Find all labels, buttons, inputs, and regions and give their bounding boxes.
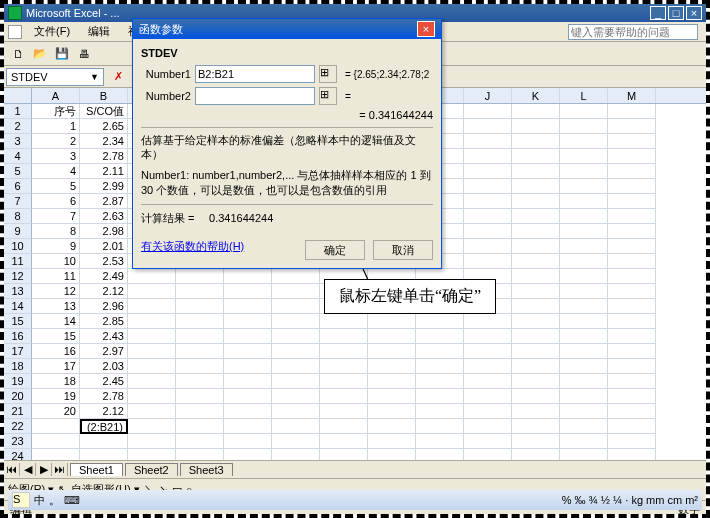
cell[interactable]: 19 xyxy=(32,389,80,404)
tab-sheet1[interactable]: Sheet1 xyxy=(70,463,123,476)
cell[interactable] xyxy=(560,149,608,164)
cell[interactable] xyxy=(608,404,656,419)
cell[interactable] xyxy=(512,239,560,254)
cell[interactable] xyxy=(464,314,512,329)
cell[interactable]: 18 xyxy=(32,374,80,389)
ref-collapse-icon[interactable]: ⊞ xyxy=(319,65,337,83)
first-sheet-button[interactable]: ⏮ xyxy=(4,463,20,476)
save-icon[interactable]: 💾 xyxy=(52,44,72,64)
cell[interactable]: 15 xyxy=(32,329,80,344)
cell[interactable] xyxy=(512,119,560,134)
cell[interactable]: 2.87 xyxy=(80,194,128,209)
cell[interactable] xyxy=(368,374,416,389)
cell[interactable] xyxy=(272,449,320,460)
row-header[interactable]: 19 xyxy=(4,374,32,389)
cell[interactable] xyxy=(560,404,608,419)
cell[interactable] xyxy=(608,389,656,404)
cell[interactable] xyxy=(368,404,416,419)
cell[interactable] xyxy=(128,299,176,314)
close-button[interactable]: × xyxy=(686,6,702,20)
cell[interactable]: 2.65 xyxy=(80,119,128,134)
cell[interactable] xyxy=(464,134,512,149)
cell[interactable] xyxy=(464,419,512,434)
cell[interactable] xyxy=(560,164,608,179)
cell[interactable] xyxy=(368,389,416,404)
cell[interactable]: 7 xyxy=(32,209,80,224)
cell[interactable]: 9 xyxy=(32,239,80,254)
cell[interactable] xyxy=(128,359,176,374)
minimize-button[interactable]: _ xyxy=(650,6,666,20)
row-header[interactable]: 15 xyxy=(4,314,32,329)
help-input[interactable] xyxy=(568,24,698,40)
cell[interactable] xyxy=(320,359,368,374)
cell[interactable] xyxy=(512,254,560,269)
cell[interactable] xyxy=(560,314,608,329)
number1-input[interactable] xyxy=(195,65,315,83)
cell[interactable] xyxy=(608,299,656,314)
cell[interactable] xyxy=(512,134,560,149)
cell[interactable]: 2.03 xyxy=(80,359,128,374)
cell[interactable] xyxy=(272,404,320,419)
cell[interactable] xyxy=(224,389,272,404)
cell[interactable] xyxy=(224,269,272,284)
cell[interactable] xyxy=(512,104,560,119)
cell[interactable]: 5 xyxy=(32,179,80,194)
row-header[interactable]: 24 xyxy=(4,449,32,460)
cell[interactable] xyxy=(416,419,464,434)
cancel-button[interactable]: 取消 xyxy=(373,240,433,260)
cell[interactable] xyxy=(512,179,560,194)
cell[interactable] xyxy=(464,194,512,209)
cell[interactable] xyxy=(416,389,464,404)
cell[interactable] xyxy=(80,449,128,460)
cell[interactable] xyxy=(608,314,656,329)
cell[interactable] xyxy=(560,434,608,449)
cell[interactable] xyxy=(464,359,512,374)
cell[interactable] xyxy=(560,449,608,460)
cell[interactable] xyxy=(128,449,176,460)
row-header[interactable]: 6 xyxy=(4,179,32,194)
row-header[interactable]: 4 xyxy=(4,149,32,164)
cell[interactable] xyxy=(464,239,512,254)
menu-file[interactable]: 文件(F) xyxy=(28,24,76,39)
cell[interactable] xyxy=(608,344,656,359)
cell[interactable] xyxy=(128,389,176,404)
cell[interactable] xyxy=(224,449,272,460)
cell[interactable]: 2.97 xyxy=(80,344,128,359)
cell[interactable]: S/CO值 xyxy=(80,104,128,119)
cell[interactable] xyxy=(464,164,512,179)
cell[interactable]: 12 xyxy=(32,284,80,299)
cell[interactable] xyxy=(176,374,224,389)
row-header[interactable]: 1 xyxy=(4,104,32,119)
cell[interactable]: 2.78 xyxy=(80,149,128,164)
cell[interactable]: 2.99 xyxy=(80,179,128,194)
cell[interactable] xyxy=(272,269,320,284)
cell[interactable] xyxy=(608,359,656,374)
cell[interactable] xyxy=(464,389,512,404)
cell[interactable] xyxy=(128,269,176,284)
cell[interactable] xyxy=(608,164,656,179)
cell[interactable]: 3 xyxy=(32,149,80,164)
row-header[interactable]: 17 xyxy=(4,344,32,359)
cell[interactable]: 4 xyxy=(32,164,80,179)
cell[interactable] xyxy=(560,254,608,269)
ime-lang[interactable]: 中 xyxy=(34,493,45,508)
cell[interactable]: 1 xyxy=(32,119,80,134)
cell[interactable] xyxy=(560,269,608,284)
cell[interactable] xyxy=(176,314,224,329)
open-icon[interactable]: 📂 xyxy=(30,44,50,64)
cell[interactable] xyxy=(320,434,368,449)
row-header[interactable]: 13 xyxy=(4,284,32,299)
cell[interactable] xyxy=(560,179,608,194)
cell[interactable] xyxy=(560,359,608,374)
row-header[interactable]: 20 xyxy=(4,389,32,404)
cell[interactable] xyxy=(368,449,416,460)
cell[interactable] xyxy=(608,434,656,449)
cell[interactable] xyxy=(464,344,512,359)
cell[interactable] xyxy=(176,269,224,284)
cell[interactable] xyxy=(224,314,272,329)
cell[interactable] xyxy=(272,374,320,389)
cell[interactable] xyxy=(416,329,464,344)
cell[interactable]: 序号 xyxy=(32,104,80,119)
cell[interactable] xyxy=(512,164,560,179)
cell[interactable] xyxy=(176,449,224,460)
